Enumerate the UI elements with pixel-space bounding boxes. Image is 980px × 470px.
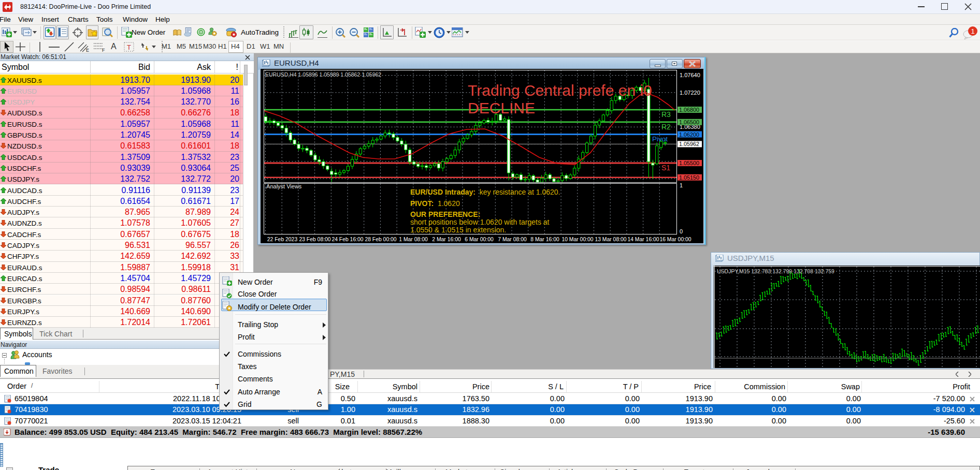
svg-text:USDJPY,M15 132.783 132.799 13: USDJPY,M15 132.783 132.799 132.708 132.7… [717,268,834,274]
svg-text:EUR/USD Intraday: key resista: EUR/USD Intraday: key resistance at 1.06… [410,188,560,196]
svg-text:1.07640: 1.07640 [680,72,700,78]
svg-text:22 Feb 2023: 22 Feb 2023 [267,237,298,242]
svg-text:2 Mar 16:00: 2 Mar 16:00 [432,237,461,242]
svg-text:.Analyst Views: .Analyst Views [265,183,302,189]
svg-text:6 Mar 00:00: 6 Mar 00:00 [465,237,494,242]
svg-text:8 Mar 16:00: 8 Mar 16:00 [530,237,559,242]
svg-text:1: 1 [680,182,683,188]
svg-text:28 Feb 00:00: 28 Feb 00:00 [365,237,396,242]
svg-text:T: T [127,43,131,51]
svg-text:short positions below 1.0620 w: short positions below 1.0620 with target… [410,218,550,226]
svg-text:10 Mar 00:00: 10 Mar 00:00 [561,237,593,242]
svg-text:1: 1 [971,27,974,35]
svg-text:R2: R2 [661,123,671,131]
svg-text:1.05962: 1.05962 [679,141,699,147]
svg-text:14 Mar 16:00: 14 Mar 16:00 [627,237,659,242]
svg-text:23 Feb 08:00: 23 Feb 08:00 [299,237,330,242]
svg-text:Trading Central prefe en i0: Trading Central prefe en i0 [468,82,652,99]
svg-text:0: 0 [680,228,683,234]
svg-text:F: F [102,48,105,52]
svg-text:1 Mar 08:00: 1 Mar 08:00 [399,237,428,242]
svg-text:OUR PREFERENCE:: OUR PREFERENCE: [410,210,480,218]
svg-text:Pivot: Pivot [652,135,668,143]
svg-text:1.06800: 1.06800 [679,107,699,113]
svg-text:24 Feb 16:00: 24 Feb 16:00 [332,237,363,242]
svg-text:1.05150: 1.05150 [679,174,699,181]
svg-text:DECLINE: DECLINE [468,99,535,116]
svg-text:16 Mar 00:00: 16 Mar 00:00 [659,237,691,242]
svg-text:S1: S1 [661,164,670,172]
svg-text:1.07220: 1.07220 [680,90,700,96]
svg-text:E: E [86,48,89,52]
svg-text:PIVOT: 1.0620: PIVOT: 1.0620 [410,199,460,208]
svg-text:1.0550 & 1.0515 in extension.: 1.0550 & 1.0515 in extension. [410,226,506,234]
svg-text:R3: R3 [661,110,671,119]
svg-text:13 Mar 08:00: 13 Mar 08:00 [595,237,626,242]
svg-text:1.06200: 1.06200 [679,131,699,138]
svg-text:7 Mar 08:00: 7 Mar 08:00 [498,237,527,242]
svg-text:1.05500: 1.05500 [679,160,699,166]
svg-text:EURUSD,H4 1.05896 1.05989 1.0: EURUSD,H4 1.05896 1.05989 1.05862 1.0596… [265,71,381,78]
svg-text:1.06500: 1.06500 [679,119,699,125]
